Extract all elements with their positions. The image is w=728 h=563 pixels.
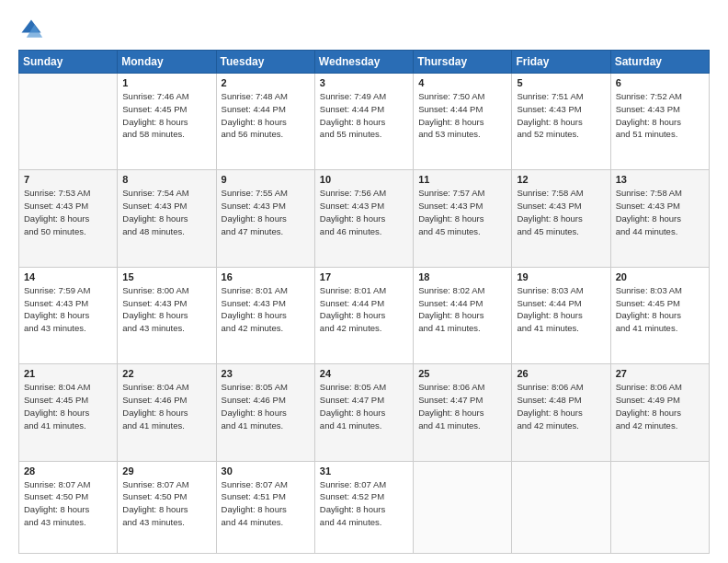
day-number: 25 [418, 368, 506, 379]
calendar-cell: 27Sunrise: 8:06 AM Sunset: 4:49 PM Dayli… [610, 364, 709, 461]
day-number: 18 [418, 271, 506, 282]
weekday-sunday: Sunday [19, 51, 118, 74]
calendar: SundayMondayTuesdayWednesdayThursdayFrid… [18, 50, 710, 554]
calendar-cell [19, 74, 118, 170]
day-number: 21 [24, 368, 112, 379]
week-row-1: 1Sunrise: 7:46 AM Sunset: 4:45 PM Daylig… [19, 74, 710, 170]
day-number: 1 [122, 77, 210, 88]
day-info: Sunrise: 8:00 AM Sunset: 4:43 PM Dayligh… [122, 284, 210, 335]
calendar-cell: 23Sunrise: 8:05 AM Sunset: 4:46 PM Dayli… [216, 364, 314, 461]
calendar-cell: 15Sunrise: 8:00 AM Sunset: 4:43 PM Dayli… [118, 267, 216, 363]
day-info: Sunrise: 8:04 AM Sunset: 4:46 PM Dayligh… [122, 381, 210, 431]
day-number: 14 [24, 271, 112, 282]
day-info: Sunrise: 8:07 AM Sunset: 4:50 PM Dayligh… [122, 478, 210, 529]
calendar-cell: 5Sunrise: 7:51 AM Sunset: 4:43 PM Daylig… [512, 74, 610, 170]
calendar-cell: 14Sunrise: 7:59 AM Sunset: 4:43 PM Dayli… [19, 267, 118, 363]
day-info: Sunrise: 7:49 AM Sunset: 4:44 PM Dayligh… [320, 90, 408, 141]
day-info: Sunrise: 7:58 AM Sunset: 4:43 PM Dayligh… [517, 187, 605, 237]
calendar-cell: 11Sunrise: 7:57 AM Sunset: 4:43 PM Dayli… [414, 170, 512, 267]
day-info: Sunrise: 7:48 AM Sunset: 4:44 PM Dayligh… [222, 90, 310, 141]
day-info: Sunrise: 8:04 AM Sunset: 4:45 PM Dayligh… [24, 381, 112, 431]
day-info: Sunrise: 8:03 AM Sunset: 4:44 PM Dayligh… [517, 284, 605, 335]
day-info: Sunrise: 8:06 AM Sunset: 4:49 PM Dayligh… [616, 381, 704, 431]
calendar-cell: 26Sunrise: 8:06 AM Sunset: 4:48 PM Dayli… [512, 364, 610, 461]
weekday-header-row: SundayMondayTuesdayWednesdayThursdayFrid… [19, 51, 710, 74]
day-number: 9 [222, 174, 310, 185]
week-row-2: 7Sunrise: 7:53 AM Sunset: 4:43 PM Daylig… [19, 170, 710, 267]
day-info: Sunrise: 8:07 AM Sunset: 4:52 PM Dayligh… [320, 478, 408, 529]
calendar-cell: 19Sunrise: 8:03 AM Sunset: 4:44 PM Dayli… [512, 267, 610, 363]
day-info: Sunrise: 7:56 AM Sunset: 4:43 PM Dayligh… [320, 187, 408, 237]
day-number: 11 [418, 174, 506, 185]
day-number: 7 [24, 174, 112, 185]
calendar-cell: 30Sunrise: 8:07 AM Sunset: 4:51 PM Dayli… [216, 461, 314, 553]
day-info: Sunrise: 8:06 AM Sunset: 4:48 PM Dayligh… [517, 381, 605, 431]
day-number: 2 [222, 77, 310, 88]
day-info: Sunrise: 8:06 AM Sunset: 4:47 PM Dayligh… [418, 381, 506, 431]
weekday-tuesday: Tuesday [216, 51, 314, 74]
day-number: 13 [616, 174, 704, 185]
weekday-saturday: Saturday [610, 51, 709, 74]
calendar-cell: 4Sunrise: 7:50 AM Sunset: 4:44 PM Daylig… [414, 74, 512, 170]
day-info: Sunrise: 7:55 AM Sunset: 4:43 PM Dayligh… [222, 187, 310, 237]
day-number: 4 [418, 77, 506, 88]
day-number: 30 [222, 465, 310, 477]
day-number: 23 [222, 368, 310, 379]
day-number: 16 [222, 271, 310, 282]
calendar-cell: 29Sunrise: 8:07 AM Sunset: 4:50 PM Dayli… [118, 461, 216, 553]
day-number: 6 [616, 77, 704, 88]
weekday-friday: Friday [512, 51, 610, 74]
calendar-cell [610, 461, 709, 553]
calendar-cell: 21Sunrise: 8:04 AM Sunset: 4:45 PM Dayli… [19, 364, 118, 461]
calendar-cell [512, 461, 610, 553]
logo [18, 17, 48, 42]
calendar-cell: 13Sunrise: 7:58 AM Sunset: 4:43 PM Dayli… [610, 170, 709, 267]
day-info: Sunrise: 7:59 AM Sunset: 4:43 PM Dayligh… [24, 284, 112, 335]
day-number: 17 [320, 271, 408, 282]
day-number: 3 [320, 77, 408, 88]
day-number: 8 [122, 174, 210, 185]
calendar-cell: 17Sunrise: 8:01 AM Sunset: 4:44 PM Dayli… [314, 267, 413, 363]
week-row-5: 28Sunrise: 8:07 AM Sunset: 4:50 PM Dayli… [19, 461, 710, 553]
calendar-cell [414, 461, 512, 553]
day-info: Sunrise: 8:05 AM Sunset: 4:47 PM Dayligh… [320, 381, 408, 431]
day-number: 10 [320, 174, 408, 185]
day-info: Sunrise: 7:54 AM Sunset: 4:43 PM Dayligh… [122, 187, 210, 237]
day-info: Sunrise: 8:07 AM Sunset: 4:51 PM Dayligh… [222, 478, 310, 529]
logo-icon [18, 17, 44, 42]
day-number: 20 [616, 271, 704, 282]
calendar-cell: 7Sunrise: 7:53 AM Sunset: 4:43 PM Daylig… [19, 170, 118, 267]
week-row-3: 14Sunrise: 7:59 AM Sunset: 4:43 PM Dayli… [19, 267, 710, 363]
day-number: 5 [517, 77, 605, 88]
day-info: Sunrise: 7:57 AM Sunset: 4:43 PM Dayligh… [418, 187, 506, 237]
day-info: Sunrise: 8:01 AM Sunset: 4:44 PM Dayligh… [320, 284, 408, 335]
day-number: 27 [616, 368, 704, 379]
day-number: 31 [320, 465, 408, 477]
calendar-cell: 8Sunrise: 7:54 AM Sunset: 4:43 PM Daylig… [118, 170, 216, 267]
calendar-cell: 10Sunrise: 7:56 AM Sunset: 4:43 PM Dayli… [314, 170, 413, 267]
day-info: Sunrise: 8:03 AM Sunset: 4:45 PM Dayligh… [616, 284, 704, 335]
day-number: 28 [24, 465, 112, 477]
calendar-cell: 25Sunrise: 8:06 AM Sunset: 4:47 PM Dayli… [414, 364, 512, 461]
day-info: Sunrise: 7:50 AM Sunset: 4:44 PM Dayligh… [418, 90, 506, 141]
day-number: 24 [320, 368, 408, 379]
day-info: Sunrise: 8:01 AM Sunset: 4:43 PM Dayligh… [222, 284, 310, 335]
page: SundayMondayTuesdayWednesdayThursdayFrid… [0, 0, 728, 563]
day-info: Sunrise: 7:53 AM Sunset: 4:43 PM Dayligh… [24, 187, 112, 237]
weekday-thursday: Thursday [414, 51, 512, 74]
weekday-wednesday: Wednesday [314, 51, 413, 74]
calendar-cell: 20Sunrise: 8:03 AM Sunset: 4:45 PM Dayli… [610, 267, 709, 363]
calendar-cell: 9Sunrise: 7:55 AM Sunset: 4:43 PM Daylig… [216, 170, 314, 267]
day-number: 19 [517, 271, 605, 282]
calendar-cell: 31Sunrise: 8:07 AM Sunset: 4:52 PM Dayli… [314, 461, 413, 553]
day-info: Sunrise: 8:07 AM Sunset: 4:50 PM Dayligh… [24, 478, 112, 529]
calendar-cell: 24Sunrise: 8:05 AM Sunset: 4:47 PM Dayli… [314, 364, 413, 461]
day-info: Sunrise: 8:02 AM Sunset: 4:44 PM Dayligh… [418, 284, 506, 335]
day-info: Sunrise: 8:05 AM Sunset: 4:46 PM Dayligh… [222, 381, 310, 431]
calendar-cell: 22Sunrise: 8:04 AM Sunset: 4:46 PM Dayli… [118, 364, 216, 461]
calendar-cell: 3Sunrise: 7:49 AM Sunset: 4:44 PM Daylig… [314, 74, 413, 170]
day-number: 12 [517, 174, 605, 185]
calendar-cell: 16Sunrise: 8:01 AM Sunset: 4:43 PM Dayli… [216, 267, 314, 363]
day-number: 15 [122, 271, 210, 282]
day-number: 22 [122, 368, 210, 379]
